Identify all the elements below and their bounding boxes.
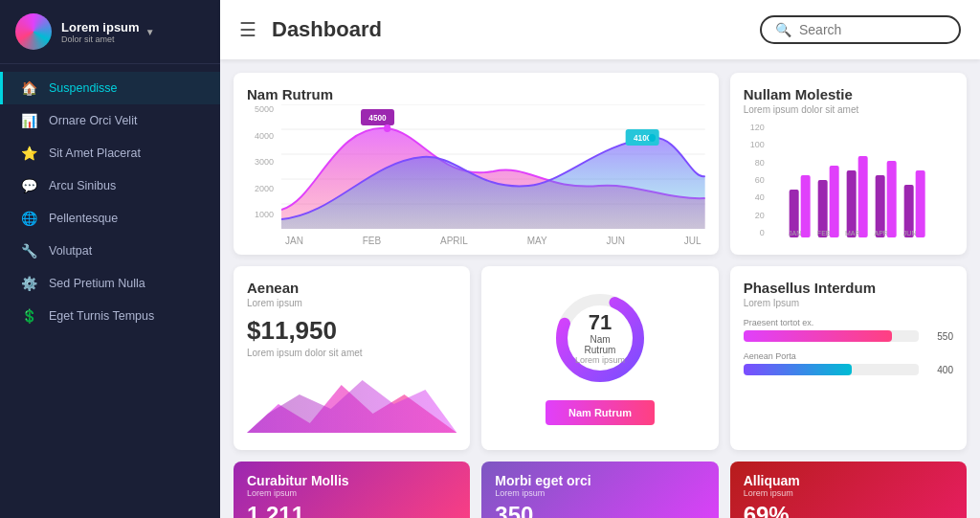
- chat-icon: 💬: [20, 178, 37, 193]
- sidebar: Lorem ipsum Dolor sit amet ▼ 🏠 Suspendis…: [0, 0, 220, 518]
- svg-rect-20: [915, 170, 924, 237]
- sidebar-item-sit[interactable]: ⭐ Sit Amet Placerat: [0, 137, 220, 169]
- svg-text:4500: 4500: [368, 113, 387, 123]
- morbi-value: 350: [495, 502, 704, 518]
- dollar-icon: 💲: [20, 308, 37, 324]
- sidebar-item-volutpat[interactable]: 🔧 Volutpat: [0, 235, 220, 267]
- nav-label: Ornare Orci Velit: [49, 114, 137, 127]
- morbi-title: Morbi eget orci: [495, 473, 704, 488]
- card-curabitur: Curabitur Mollis Lorem ipsum 1,211: [234, 462, 470, 518]
- aenean-title: Aenean: [247, 280, 457, 296]
- aenean-value: $11,950: [247, 316, 457, 346]
- phasellus-sub: Lorem Ipsum: [744, 298, 953, 308]
- sidebar-item-pellentesque[interactable]: 🌐 Pellentesque: [0, 202, 220, 235]
- svg-text:APR: APR: [874, 230, 887, 236]
- donut-sub: Lorem ipsum: [573, 355, 626, 365]
- curabitur-title: Curabitur Mollis: [247, 473, 457, 488]
- svg-rect-12: [800, 175, 810, 237]
- alliquam-sub: Lorem ipsum: [744, 488, 953, 498]
- donut-number: 71: [573, 311, 626, 334]
- sidebar-item-suspendisse[interactable]: 🏠 Suspendisse: [0, 72, 220, 104]
- x-axis-labels: JAN FEB APRIL MAY JUN JUL: [281, 236, 705, 246]
- page-title: Dashboard: [272, 17, 760, 42]
- nullam-sub: Lorem ipsum dolor sit amet: [744, 104, 953, 115]
- nav-label: Sit Amet Placerat: [49, 146, 141, 160]
- sidebar-item-ornare[interactable]: 📊 Ornare Orci Velit: [0, 104, 220, 137]
- progress-item-2: Aenean Porta 400: [744, 351, 953, 375]
- card-nam-rutrum: Nam Rutrum 5000 4000 3000 2000 1000: [234, 73, 719, 255]
- svg-point-7: [384, 124, 390, 132]
- alliquam-value: 69%: [744, 502, 953, 518]
- progress-bar-1: [744, 330, 919, 342]
- curabitur-value: 1,211: [247, 502, 457, 518]
- nullam-title: Nullam Molestie: [744, 86, 953, 102]
- mountain-chart: [247, 366, 457, 437]
- sidebar-item-sed[interactable]: ⚙️ Sed Pretium Nulla: [0, 267, 220, 300]
- svg-rect-18: [886, 161, 896, 237]
- dropdown-arrow-icon[interactable]: ▼: [145, 27, 155, 37]
- svg-text:MAR: MAR: [845, 230, 860, 236]
- wrench-icon: 🔧: [20, 243, 37, 259]
- logo-subtitle: Dolor sit amet: [61, 34, 140, 44]
- nav-label: Pellentesque: [49, 212, 118, 225]
- progress-value-2: 400: [926, 365, 953, 375]
- logo-icon: [15, 13, 52, 50]
- globe-icon: 🌐: [20, 211, 37, 226]
- sidebar-nav: 🏠 Suspendisse 📊 Ornare Orci Velit ⭐ Sit …: [0, 64, 220, 518]
- area-chart-svg: 4500 4100: [281, 104, 705, 229]
- progress-label-2: Aenean Porta: [744, 351, 953, 361]
- logo-title: Lorem ipsum: [61, 20, 140, 34]
- nav-label: Arcu Sinibus: [49, 179, 116, 192]
- card-nullam-molestie: Nullam Molestie Lorem ipsum dolor sit am…: [730, 73, 967, 255]
- main-content: ☰ Dashboard 🔍 Nam Rutrum 5000 4000 3000 …: [220, 0, 980, 518]
- nav-label: Volutpat: [49, 244, 92, 258]
- phasellus-title: Phasellus Interdum: [744, 280, 953, 296]
- aenean-sub: Lorem ipsum: [247, 298, 457, 308]
- bar-chart-svg: JAN FEB MAR APR JUN: [768, 123, 953, 237]
- nav-label: Eget Turnis Tempus: [49, 309, 154, 323]
- nav-label: Suspendisse: [49, 81, 118, 95]
- search-input[interactable]: [799, 22, 946, 37]
- svg-rect-17: [875, 175, 884, 237]
- progress-bar-2: [744, 364, 919, 375]
- header: ☰ Dashboard 🔍: [220, 0, 980, 59]
- sidebar-item-arcu[interactable]: 💬 Arcu Sinibus: [0, 169, 220, 202]
- card-phasellus: Phasellus Interdum Lorem Ipsum Praesent …: [730, 266, 967, 450]
- sidebar-logo: Lorem ipsum Dolor sit amet ▼: [0, 0, 220, 64]
- svg-point-10: [649, 134, 656, 142]
- progress-item-1: Praesent tortot ex. 550: [744, 318, 953, 342]
- curabitur-sub: Lorem ipsum: [247, 488, 457, 498]
- svg-text:JUN: JUN: [903, 230, 917, 236]
- bar-y-labels: 120 100 80 60 40 20 0: [744, 123, 765, 237]
- menu-icon[interactable]: ☰: [239, 18, 256, 41]
- donut-chart: 71 Nam Rutrum Lorem ipsum: [547, 285, 653, 391]
- alliquam-title: Alliquam: [744, 473, 953, 488]
- gear-icon: ⚙️: [20, 276, 37, 291]
- nam-rutrum-title: Nam Rutrum: [247, 86, 705, 102]
- card-donut: 71 Nam Rutrum Lorem ipsum Nam Rutrum: [481, 266, 718, 450]
- card-alliquam: Alliquam Lorem ipsum 69%: [730, 462, 967, 518]
- card-aenean: Aenean Lorem ipsum $11,950 Lorem ipsum d…: [234, 266, 470, 450]
- donut-label: Nam Rutrum: [573, 334, 626, 355]
- svg-rect-14: [829, 166, 838, 237]
- content-grid: Nam Rutrum 5000 4000 3000 2000 1000: [220, 59, 980, 518]
- nav-label: Sed Pretium Nulla: [49, 277, 145, 290]
- svg-text:JAN: JAN: [789, 230, 801, 236]
- progress-label-1: Praesent tortot ex.: [744, 318, 953, 327]
- svg-rect-16: [858, 156, 867, 237]
- morbi-sub: Lorem ipsum: [495, 488, 704, 498]
- nam-rutrum-button[interactable]: Nam Rutrum: [546, 400, 655, 425]
- aenean-value-sub: Lorem ipsum dolor sit amet: [247, 348, 457, 358]
- home-icon: 🏠: [20, 80, 37, 96]
- svg-text:FEB: FEB: [817, 230, 831, 236]
- star-icon: ⭐: [20, 146, 37, 161]
- svg-rect-13: [817, 180, 827, 237]
- search-box: 🔍: [760, 15, 961, 44]
- svg-rect-15: [846, 170, 856, 237]
- card-morbi: Morbi eget orci Lorem ipsum 350: [481, 462, 718, 518]
- search-icon: 🔍: [775, 22, 791, 37]
- sidebar-item-eget[interactable]: 💲 Eget Turnis Tempus: [0, 300, 220, 332]
- bar-chart-icon: 📊: [20, 113, 37, 128]
- area-chart: 5000 4000 3000 2000 1000: [247, 104, 705, 238]
- progress-value-1: 550: [926, 331, 953, 342]
